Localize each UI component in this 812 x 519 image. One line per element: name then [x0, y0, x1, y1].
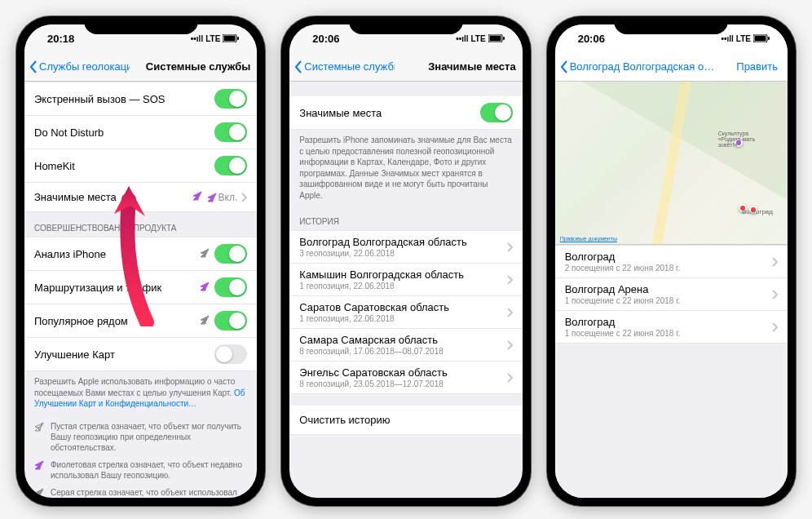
list-title: Волгоград Волгоградская область — [299, 236, 505, 248]
toggle-switch[interactable] — [214, 122, 247, 142]
nav-bar: Службы геолокации Системные службы — [24, 52, 257, 82]
history-location-cell[interactable]: Самара Самарская область8 геопозиций, 17… — [289, 329, 522, 362]
map-poi-label: Скульптура «Родина-мать зовёт!» — [718, 131, 767, 148]
toggle-switch[interactable] — [214, 344, 247, 364]
nav-edit-button[interactable]: Править — [736, 60, 783, 73]
cell-label: Экстренный вызов — SOS — [34, 93, 214, 105]
chevron-right-icon — [241, 193, 247, 202]
list-subtitle: 1 геопозиция, 22.06.2018 — [299, 282, 505, 291]
svg-rect-8 — [768, 37, 770, 40]
chevron-left-icon — [560, 60, 568, 73]
notch — [614, 16, 728, 34]
cell-label: Значимые места — [299, 107, 479, 119]
legend-row: Пустая стрелка означает, что объект мог … — [24, 418, 257, 456]
legend-text: Пустая стрелка означает, что объект мог … — [51, 421, 247, 453]
chevron-right-icon — [771, 322, 778, 332]
significant-locations-toggle-cell[interactable]: Значимые места — [289, 96, 522, 130]
settings-cell[interactable]: Do Not Disturb — [24, 116, 257, 149]
signal-icon: ••ıll — [191, 34, 203, 43]
chevron-right-icon — [506, 373, 513, 383]
settings-cell[interactable]: Экстренный вызов — SOS — [24, 82, 257, 116]
svg-rect-1 — [224, 36, 236, 42]
toggle-switch[interactable] — [214, 244, 247, 264]
nav-back-button[interactable]: Службы геолокации — [29, 60, 130, 73]
list-title: Волгоград — [565, 316, 771, 328]
map-legal-link[interactable]: Правовые документы — [560, 236, 617, 242]
history-location-cell[interactable]: Энгельс Саратовская область8 геопозиций,… — [289, 362, 522, 394]
history-location-cell[interactable]: Саратов Саратовская область1 геопозиция,… — [289, 296, 522, 329]
chevron-right-icon — [771, 290, 778, 299]
svg-rect-2 — [237, 37, 239, 40]
svg-rect-7 — [754, 36, 766, 42]
cell-label: Do Not Disturb — [34, 126, 214, 139]
location-arrow-icon — [200, 315, 210, 325]
cell-label: Анализ iPhone — [34, 248, 200, 260]
chevron-left-icon — [294, 60, 302, 73]
footer-text-span: Разрешить Apple использовать информацию … — [34, 377, 235, 397]
visit-cell[interactable]: Волгоград Арена1 посещение с 22 июня 201… — [555, 278, 788, 311]
cell-label: HomeKit — [34, 160, 214, 172]
chevron-right-icon — [506, 340, 513, 350]
status-indicators: ••ıll LTE — [456, 34, 505, 43]
cell-label: Очистить историю — [299, 414, 512, 426]
legend-row: Фиолетовая стрелка означает, что объект … — [24, 456, 257, 484]
list-title: Энгельс Саратовская область — [299, 366, 505, 379]
battery-icon — [488, 34, 505, 42]
nav-back-button[interactable]: Системные службы — [294, 60, 395, 73]
legend-row: Серая стрелка означает, что объект испол… — [24, 484, 257, 499]
toggle-switch[interactable] — [214, 311, 247, 330]
chevron-right-icon — [506, 275, 513, 285]
location-content[interactable]: Скульптура «Родина-мать зовёт!» Волгогра… — [555, 82, 788, 498]
nav-back-label: Службы геолокации — [39, 60, 130, 73]
cell-label: Значимые места — [34, 191, 192, 203]
settings-cell[interactable]: Значимые местаВкл. — [24, 183, 257, 212]
settings-cell[interactable]: Улучшение Карт — [24, 338, 257, 371]
nav-back-button[interactable]: Волгоград Волгоградская о… — [560, 60, 715, 73]
list-subtitle: 2 посещения с 22 июня 2018 г. — [565, 264, 771, 273]
toggle-switch[interactable] — [480, 103, 513, 122]
location-arrow-icon — [34, 460, 44, 470]
settings-cell[interactable]: Маршрутизация и трафик — [24, 271, 257, 304]
settings-cell[interactable]: Популярное рядом — [24, 304, 257, 338]
cell-detail: Вкл. — [207, 192, 238, 203]
notch — [84, 16, 198, 34]
battery-icon — [753, 34, 770, 42]
visit-cell[interactable]: Волгоград2 посещения с 22 июня 2018 г. — [555, 245, 788, 278]
list-subtitle: 1 геопозиция, 22.06.2018 — [299, 314, 505, 323]
settings-cell[interactable]: HomeKit — [24, 149, 257, 183]
history-location-cell[interactable]: Волгоград Волгоградская область3 геопози… — [289, 230, 522, 264]
location-arrow-icon — [207, 193, 217, 202]
history-location-cell[interactable]: Камышин Волгоградская область1 геопозици… — [289, 264, 522, 296]
status-indicators: ••ıll LTE — [721, 34, 770, 43]
section-header-history: ИСТОРИЯ — [289, 206, 522, 230]
list-title: Волгоград — [565, 251, 771, 263]
list-subtitle: 1 посещение с 22 июня 2018 г. — [565, 329, 771, 338]
list-title: Саратов Саратовская область — [299, 301, 505, 313]
settings-cell[interactable]: Анализ iPhone — [24, 237, 257, 271]
clear-history-button[interactable]: Очистить историю — [289, 406, 522, 435]
chevron-right-icon — [771, 257, 778, 267]
toggle-switch[interactable] — [214, 89, 247, 109]
legend-text: Фиолетовая стрелка означает, что объект … — [51, 459, 247, 481]
nav-bar: Системные службы Значимые места — [289, 52, 522, 82]
phone-1: 20:18 ••ıll LTE Службы геолокации Систем… — [16, 16, 265, 506]
location-arrow-icon — [192, 191, 202, 201]
battery-icon — [223, 34, 239, 42]
settings-content[interactable]: Экстренный вызов — SOSDo Not DisturbHome… — [24, 82, 257, 498]
settings-content[interactable]: Значимые места Разрешить iPhone запомина… — [289, 82, 522, 498]
cell-label: Популярное рядом — [34, 315, 200, 327]
visit-cell[interactable]: Волгоград1 посещение с 22 июня 2018 г. — [555, 311, 788, 344]
nav-back-label: Волгоград Волгоградская о… — [570, 60, 715, 73]
list-subtitle: 8 геопозиций, 23.05.2018—12.07.2018 — [299, 379, 505, 388]
status-time: 20:18 — [47, 33, 74, 45]
list-subtitle: 3 геопозиции, 22.06.2018 — [299, 249, 505, 258]
phone-2: 20:06 ••ıll LTE Системные службы Значимы… — [281, 16, 530, 506]
map-view[interactable]: Скульптура «Родина-мать зовёт!» Волгогра… — [555, 82, 788, 245]
status-time: 20:06 — [578, 33, 605, 45]
toggle-switch[interactable] — [214, 156, 247, 175]
signal-icon: ••ıll — [721, 34, 733, 43]
toggle-switch[interactable] — [214, 277, 247, 297]
cell-label: Улучшение Карт — [34, 348, 214, 361]
network-label: LTE — [205, 34, 220, 43]
notch — [349, 16, 463, 34]
